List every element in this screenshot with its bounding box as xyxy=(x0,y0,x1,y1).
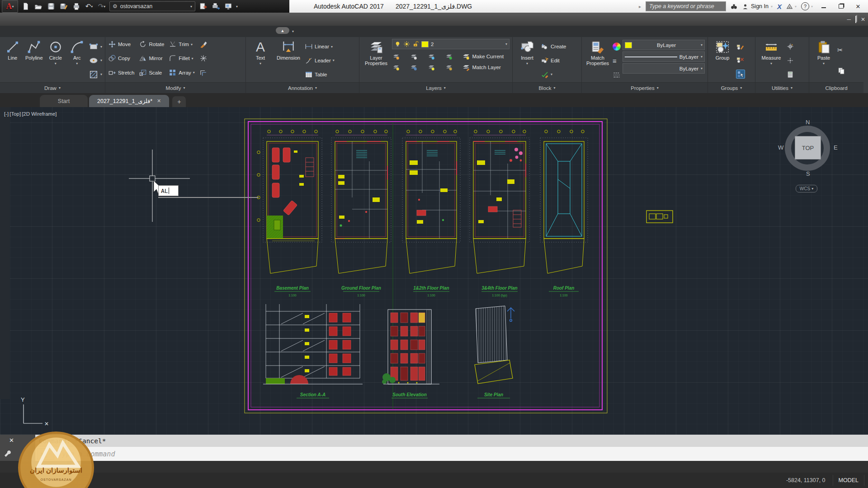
ungroup-icon[interactable] xyxy=(736,56,744,64)
wcs-dropdown[interactable]: WCS▾ xyxy=(796,185,817,192)
line-button[interactable]: Line xyxy=(3,39,23,82)
copy-button[interactable]: Copy xyxy=(108,54,134,63)
save-button[interactable] xyxy=(46,1,56,11)
paste-button[interactable]: Paste▾ xyxy=(812,39,835,82)
group-button[interactable]: Group xyxy=(711,39,734,82)
scale-button[interactable]: Scale xyxy=(139,68,164,77)
edit-attributes-button[interactable]: ▾ xyxy=(541,70,566,79)
new-drawing-tab-button[interactable]: + xyxy=(172,96,186,107)
plot-button[interactable] xyxy=(71,1,81,11)
panel-label-clipboard[interactable]: Clipboard xyxy=(809,82,863,93)
linear-button[interactable]: Linear▾ xyxy=(305,42,335,51)
explode-button[interactable] xyxy=(199,54,208,63)
point-style-icon[interactable] xyxy=(786,56,794,65)
lineweight-dropdown[interactable]: ByLayer▾ xyxy=(623,52,705,62)
command-close-icon[interactable]: ✕ xyxy=(9,437,14,444)
ribbon-collapse-icon[interactable]: ▲ xyxy=(276,27,289,34)
rotate-button[interactable]: Rotate xyxy=(139,40,164,49)
title-expand-icon[interactable]: ▸ xyxy=(639,4,641,9)
erase-button[interactable] xyxy=(199,40,208,49)
polyline-button[interactable]: Polyline xyxy=(24,39,44,82)
tab-close-icon[interactable]: ✕ xyxy=(157,98,161,104)
drawing-workspace[interactable]: [-] [Top] [2D Wireframe] xyxy=(0,107,868,435)
layer-unlock-tool-icon[interactable] xyxy=(445,63,453,71)
color-wheel-icon[interactable] xyxy=(613,42,621,51)
rectangle-button[interactable]: ▾ xyxy=(89,42,102,51)
color-dropdown[interactable]: ByLayer▾ xyxy=(623,40,705,50)
mirror-button[interactable]: Mirror xyxy=(139,54,164,63)
workspace-dropdown[interactable]: ⚙ ostovarsazan ▾ xyxy=(109,1,195,11)
panel-label-utilities[interactable]: Utilities▾ xyxy=(755,82,809,93)
save-as-button[interactable] xyxy=(59,1,69,11)
exchange-apps-icon[interactable]: X xyxy=(777,3,782,10)
group-selection-toggle-icon[interactable] xyxy=(736,70,745,79)
model-space-button[interactable]: MODEL xyxy=(833,475,864,486)
match-properties-button[interactable]: Match Properties xyxy=(585,39,611,82)
array-button[interactable]: Array▾ xyxy=(169,68,195,77)
layer-properties-button[interactable]: Layer Properties xyxy=(362,39,390,82)
a360-icon[interactable]: ▾ xyxy=(786,3,797,10)
doc-restore-icon[interactable] xyxy=(855,16,856,23)
layer-thaw-icon[interactable] xyxy=(427,63,435,71)
minimize-button[interactable] xyxy=(817,1,830,11)
panel-label-block[interactable]: Block▾ xyxy=(513,82,581,93)
layer-unisolate-icon[interactable] xyxy=(410,63,418,71)
stretch-button[interactable]: Stretch xyxy=(108,68,134,77)
close-button[interactable]: ✕ xyxy=(852,1,864,11)
lineweight-list-icon[interactable]: ≡ xyxy=(613,57,621,65)
hatch-button[interactable]: ▾ xyxy=(89,70,102,79)
panel-label-layers[interactable]: Layers▾ xyxy=(359,82,512,93)
panel-label-draw[interactable]: Draw▾ xyxy=(0,82,105,93)
command-inline-input[interactable]: AL xyxy=(158,185,179,196)
circle-button[interactable]: Circle▾ xyxy=(46,39,66,82)
offset-button[interactable] xyxy=(199,68,208,77)
layer-off-icon[interactable] xyxy=(392,52,400,61)
layer-on-icon[interactable] xyxy=(392,63,400,71)
panel-label-properties[interactable]: Properties▾ xyxy=(582,82,708,93)
help-button[interactable]: ?▾ xyxy=(801,2,813,10)
open-file-button[interactable] xyxy=(33,1,43,11)
make-current-button[interactable]: Make Current xyxy=(462,52,509,61)
search-button[interactable] xyxy=(731,3,737,10)
edit-block-button[interactable]: Edit xyxy=(541,56,566,65)
command-history-line[interactable]: Command: *Cancel* xyxy=(35,435,868,447)
move-button[interactable]: Move xyxy=(108,40,134,49)
tab-drawing[interactable]: 2027_12291_1_فلزی*✕ xyxy=(89,95,169,107)
viewcube[interactable]: N W S E TOP xyxy=(774,120,842,178)
layer-dropdown[interactable]: 2 ▾ xyxy=(392,39,509,49)
compass-east[interactable]: E xyxy=(834,144,838,151)
linetype-dropdown[interactable]: ByLayer▾ xyxy=(623,63,705,74)
undo-button[interactable]: ↶▾ xyxy=(84,1,94,11)
insert-block-button[interactable]: Insert▾ xyxy=(515,39,539,82)
id-point-icon[interactable] xyxy=(786,42,794,51)
measure-button[interactable]: Measure▾ xyxy=(758,39,784,82)
panel-label-groups[interactable]: Groups▾ xyxy=(708,82,755,93)
redo-button[interactable]: ↷▾ xyxy=(97,1,107,11)
copy-clip-icon[interactable] xyxy=(837,67,845,75)
panel-label-modify[interactable]: Modify▾ xyxy=(105,82,245,93)
properties-palette-button[interactable] xyxy=(223,1,233,11)
compass-west[interactable]: W xyxy=(778,144,783,151)
match-layer-button[interactable]: Match Layer xyxy=(462,63,509,72)
qat-customize-caret[interactable]: ▾ xyxy=(236,5,238,9)
compass-north[interactable]: N xyxy=(806,119,810,126)
linetype-list-icon[interactable] xyxy=(613,71,621,79)
compass-south[interactable]: S xyxy=(806,170,810,177)
restore-button[interactable] xyxy=(835,1,847,11)
dimension-button[interactable]: Dimension xyxy=(274,39,303,82)
doc-minimize-icon[interactable]: ─ xyxy=(847,16,851,23)
command-input-line[interactable]: >_▾ Type a command xyxy=(35,447,868,461)
table-button[interactable]: Table xyxy=(305,70,335,79)
panel-label-annotation[interactable]: Annotation▾ xyxy=(246,82,359,93)
trim-button[interactable]: Trim▾ xyxy=(169,40,195,49)
create-block-button[interactable]: Create xyxy=(541,42,566,51)
app-menu-button[interactable]: A▾ xyxy=(2,0,18,13)
ellipse-button[interactable]: ▾ xyxy=(89,56,102,65)
quick-calc-icon[interactable] xyxy=(786,70,794,79)
arc-button[interactable]: Arc▾ xyxy=(67,39,87,82)
layer-freeze-icon[interactable] xyxy=(427,52,435,61)
tab-start[interactable]: Start xyxy=(40,95,88,107)
batch-plot-button[interactable] xyxy=(211,1,221,11)
viewport-minimize-control[interactable]: [-] xyxy=(4,111,9,117)
leader-button[interactable]: Leader▾ xyxy=(305,56,335,65)
